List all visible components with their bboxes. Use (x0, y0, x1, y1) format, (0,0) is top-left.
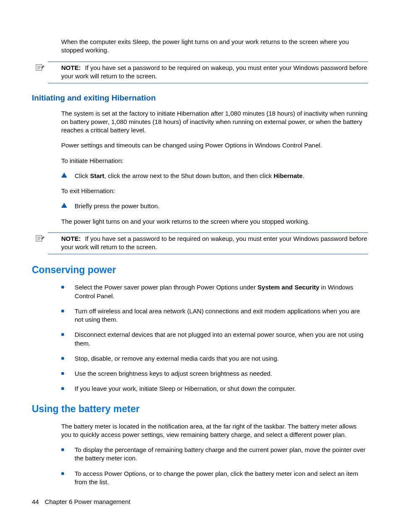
list-item: If you leave your work, initiate Sleep o… (61, 385, 368, 393)
bullet-icon (61, 448, 64, 451)
triangle-icon (61, 203, 67, 208)
list-item: Stop, disable, or remove any external me… (61, 354, 368, 363)
note-text: If you have set a password to be require… (61, 64, 367, 80)
list-item: Disconnect external devices that are not… (61, 331, 368, 348)
chapter-label: Chapter 6 Power management (45, 498, 130, 505)
bullet-icon (61, 286, 64, 289)
bullet-icon (61, 333, 64, 336)
note-label: NOTE: (61, 235, 81, 242)
note-box-1: NOTE:If you have set a password to be re… (48, 62, 368, 84)
list-item: Select the Power saver power plan throug… (61, 283, 368, 300)
intro-paragraph: When the computer exits Sleep, the power… (61, 38, 368, 55)
step-item: Briefly press the power button. (61, 202, 368, 210)
bullet-icon (61, 472, 64, 475)
list-item: Use the screen brightness keys to adjust… (61, 369, 368, 378)
paragraph: The battery meter is located in the noti… (61, 422, 368, 439)
heading-conserving: Conserving power (32, 263, 368, 276)
heading-hibernation: Initiating and exiting Hibernation (32, 93, 368, 103)
paragraph: To initiate Hibernation: (61, 157, 368, 165)
paragraph: The power light turns on and your work r… (61, 217, 368, 226)
paragraph: To exit Hibernation: (61, 187, 368, 195)
bullet-icon (61, 357, 64, 360)
bullet-icon (61, 372, 64, 375)
list-item: Turn off wireless and local area network… (61, 307, 368, 324)
note-box-2: NOTE:If you have set a password to be re… (48, 232, 368, 255)
page-number: 44 (32, 498, 39, 505)
note-icon (35, 64, 44, 71)
list-item: To access Power Options, or to change th… (61, 470, 368, 487)
note-icon (35, 235, 44, 242)
paragraph: The system is set at the factory to init… (61, 109, 368, 135)
note-text: If you have set a password to be require… (61, 235, 367, 251)
paragraph: Power settings and timeouts can be chang… (61, 141, 368, 150)
bullet-icon (61, 310, 64, 312)
list-item: To display the percentage of remaining b… (61, 446, 368, 463)
heading-battery-meter: Using the battery meter (32, 403, 368, 416)
triangle-icon (61, 173, 67, 178)
step-item: Click Start, click the arrow next to the… (61, 172, 368, 180)
bullet-icon (61, 387, 64, 390)
note-label: NOTE: (61, 64, 81, 71)
page-footer: 44Chapter 6 Power management (32, 498, 130, 506)
